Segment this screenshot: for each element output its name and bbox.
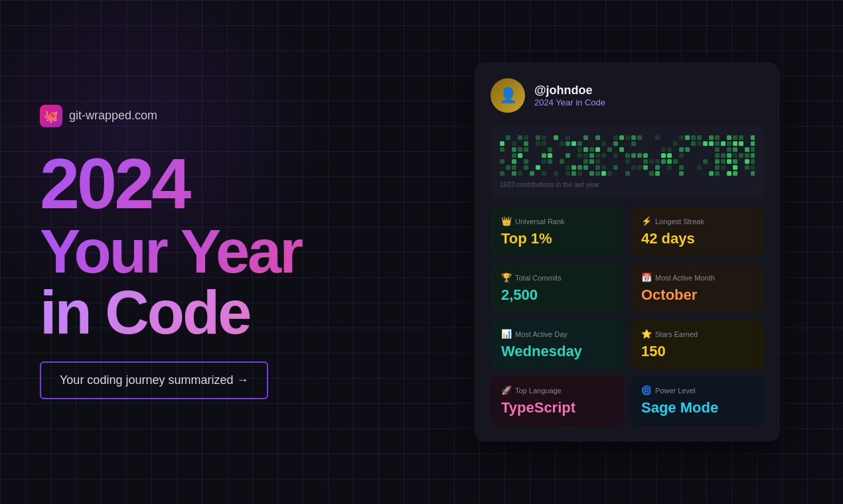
contrib-cell — [655, 165, 660, 170]
contrib-col — [637, 135, 642, 176]
contrib-cell — [637, 159, 642, 164]
brand-icon: 🐙 — [40, 105, 62, 127]
contrib-cell — [554, 147, 558, 152]
contrib-cell — [703, 153, 708, 158]
contrib-cell — [721, 159, 726, 164]
contrib-cell — [554, 165, 558, 170]
contrib-cell — [601, 159, 606, 164]
contrib-cell — [607, 135, 612, 140]
contrib-cell — [697, 141, 702, 146]
contrib-cell — [506, 147, 510, 152]
contrib-cell — [530, 141, 534, 146]
contrib-cell — [715, 147, 720, 152]
contrib-col — [589, 135, 594, 176]
contrib-cell — [667, 153, 672, 158]
contrib-cell — [595, 153, 600, 158]
contrib-cell — [679, 147, 684, 152]
contrib-cell — [745, 147, 749, 152]
contrib-cell — [685, 153, 690, 158]
contrib-cell — [566, 171, 570, 176]
contrib-col — [512, 135, 516, 176]
contrib-col — [619, 135, 624, 176]
contrib-cell — [619, 153, 624, 158]
contrib-col — [715, 135, 720, 176]
contrib-cell — [655, 147, 660, 152]
contrib-cell — [679, 165, 684, 170]
stat-label: Universal Rank — [515, 218, 565, 225]
contrib-cell — [685, 135, 690, 140]
contrib-cell — [601, 153, 606, 158]
contrib-cell — [512, 153, 516, 158]
contrib-cell — [679, 153, 684, 158]
contrib-cell — [506, 141, 510, 146]
contrib-cell — [572, 165, 576, 170]
contrib-cell — [524, 159, 528, 164]
contrib-cell — [697, 135, 702, 140]
contrib-cell — [631, 153, 636, 158]
contrib-cell — [500, 171, 504, 176]
contrib-cell — [583, 153, 588, 158]
contrib-cell — [667, 147, 672, 152]
contrib-cell — [577, 159, 582, 164]
contrib-cell — [530, 135, 534, 140]
contrib-cell — [631, 147, 636, 152]
stat-icon: 📊 — [501, 329, 512, 339]
contrib-cell — [619, 135, 624, 140]
contrib-cell — [530, 147, 534, 152]
contrib-cell — [649, 153, 654, 158]
contrib-cell — [589, 147, 594, 152]
stats-card: 👤 @johndoe 2024 Year in Code 1683 contri… — [475, 62, 780, 442]
contrib-cell — [548, 153, 552, 158]
contrib-cell — [518, 147, 522, 152]
contrib-cell — [566, 159, 570, 164]
contrib-cell — [536, 165, 540, 170]
contrib-cell — [733, 159, 737, 164]
contrib-col — [500, 135, 504, 176]
contrib-cell — [667, 171, 672, 176]
contrib-cell — [697, 165, 702, 170]
contrib-cell — [595, 141, 600, 146]
stat-label-row: ⭐Stars Earned — [641, 329, 753, 339]
contrib-col — [643, 135, 648, 176]
contrib-cell — [536, 147, 540, 152]
contrib-col — [631, 135, 636, 176]
contrib-col — [667, 135, 672, 176]
stat-label-row: 🌀Power Level — [641, 385, 753, 395]
stat-label: Most Active Month — [655, 274, 715, 282]
contrib-cell — [536, 159, 540, 164]
cta-button[interactable]: Your coding journey summarized → — [40, 361, 268, 399]
contrib-cell — [715, 153, 720, 158]
contrib-col — [685, 135, 690, 176]
contrib-cell — [643, 135, 648, 140]
contrib-cell — [673, 165, 678, 170]
card-header: 👤 @johndoe 2024 Year in Code — [491, 78, 764, 113]
contrib-cell — [715, 171, 720, 176]
stat-icon: 👑 — [501, 216, 512, 226]
contrib-cell — [554, 153, 558, 158]
contrib-cell — [667, 159, 672, 164]
contrib-cell — [733, 147, 737, 152]
contrib-cell — [637, 147, 642, 152]
contrib-cell — [733, 135, 737, 140]
contrib-cell — [577, 153, 582, 158]
contrib-cell — [643, 165, 648, 170]
stat-card: 🚀Top LanguageTypeScript — [491, 376, 624, 426]
contrib-cell — [745, 165, 749, 170]
contrib-cell — [583, 159, 588, 164]
contrib-cell — [542, 165, 546, 170]
contrib-cell — [721, 171, 726, 176]
contrib-cell — [625, 141, 630, 146]
contrib-cell — [751, 153, 755, 158]
stat-label: Top Language — [515, 387, 562, 395]
contrib-cell — [518, 141, 522, 146]
contrib-cell — [697, 147, 702, 152]
contrib-col — [530, 135, 534, 176]
contrib-cell — [739, 171, 743, 176]
contrib-cell — [751, 171, 755, 176]
contrib-cell — [506, 153, 510, 158]
contrib-cell — [715, 165, 720, 170]
contrib-col — [691, 135, 696, 176]
contrib-cell — [691, 153, 696, 158]
contrib-cell — [691, 147, 696, 152]
contrib-col — [733, 135, 737, 176]
